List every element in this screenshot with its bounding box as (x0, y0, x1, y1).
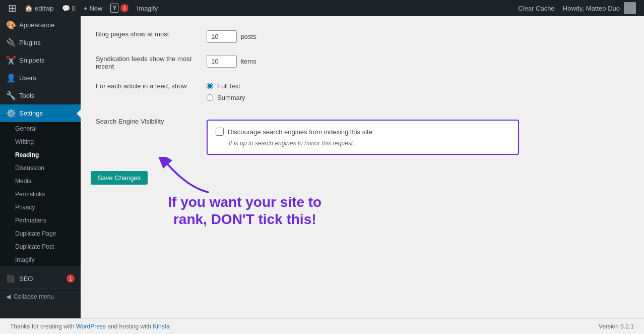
sidebar-item-tools[interactable]: 🔧 Tools (0, 87, 81, 104)
howdy-user[interactable]: Howdy, Matteo Duo (559, 0, 640, 16)
submenu-privacy[interactable]: Privacy (0, 201, 81, 214)
blog-pages-label: Blog pages show at most (91, 24, 202, 49)
general-label: General (15, 125, 37, 132)
submenu-duplicate-page[interactable]: Duplicate Page (0, 227, 81, 240)
syndication-unit: items (241, 58, 256, 65)
collapse-label: Collapse menu (14, 293, 54, 300)
sidebar-item-plugins[interactable]: 🔌 Plugins (0, 34, 81, 51)
user-avatar (624, 2, 636, 14)
sev-checkbox-label[interactable]: Discourage search engines from indexing … (228, 128, 372, 136)
users-label: Users (19, 74, 36, 82)
discussion-label: Discussion (15, 164, 44, 172)
comments-icon: 💬 (62, 5, 70, 12)
settings-label: Settings (19, 109, 43, 117)
save-changes-button[interactable]: Save Changes (91, 171, 148, 185)
feed-article-label: For each article in a feed, show (91, 76, 202, 112)
adminbar-yoast[interactable]: Y 1 (106, 0, 133, 16)
annotation-arrow-icon (158, 157, 218, 197)
submenu-media[interactable]: Media (0, 175, 81, 188)
settings-arrow-icon (77, 109, 81, 118)
plus-icon: + (84, 5, 88, 12)
adminbar-imagify[interactable]: Imagify (133, 0, 162, 16)
yoast-icon: Y (110, 4, 118, 13)
sev-row: Search Engine Visibility Discourage sear… (91, 112, 524, 161)
appearance-icon: 🎨 (6, 20, 15, 30)
seo-label: SEO (19, 275, 33, 283)
snippets-icon: ✂️ (6, 55, 15, 65)
main-content: Blog pages show at most posts Syndicatio… (81, 16, 644, 318)
imagify-label: Imagify (137, 5, 158, 12)
reading-label: Reading (15, 151, 39, 158)
tools-icon: 🔧 (6, 91, 15, 100)
feed-article-row: For each article in a feed, show Full te… (91, 76, 524, 112)
submenu-imagify[interactable]: Imagify (0, 253, 81, 266)
sidebar-item-appearance[interactable]: 🎨 Appearance (0, 16, 81, 34)
sev-checkbox-row: Discourage search engines from indexing … (216, 128, 510, 136)
summary-option: Summary (207, 94, 519, 101)
duplicate-page-label: Duplicate Page (15, 230, 56, 237)
submenu-reading[interactable]: Reading (0, 148, 81, 161)
settings-icon: ⚙️ (6, 108, 15, 118)
blog-pages-input[interactable] (207, 30, 237, 43)
sidebar-item-settings[interactable]: ⚙️ Settings (0, 104, 81, 122)
adminbar-new[interactable]: + New (80, 0, 107, 16)
snippets-label: Snippets (19, 57, 45, 64)
collapse-icon: ◀ (6, 293, 11, 300)
plugins-icon: 🔌 (6, 38, 15, 47)
seo-badge: 1 (67, 274, 75, 283)
yoast-badge: 1 (120, 4, 128, 12)
settings-submenu: General Writing Reading Discussion Media… (0, 122, 81, 266)
sev-checkbox[interactable] (216, 128, 224, 136)
submenu-discussion[interactable]: Discussion (0, 161, 81, 175)
syndication-label: Syndication feeds show the most recent (91, 49, 202, 76)
submenu-general[interactable]: General (0, 122, 81, 135)
clear-cache-label: Clear Cache (519, 5, 555, 12)
privacy-label: Privacy (15, 204, 35, 211)
new-label: New (89, 5, 102, 12)
users-icon: 👤 (6, 73, 15, 83)
sidebar-item-snippets[interactable]: ✂️ Snippets (0, 51, 81, 69)
permalinks-label: Permalinks (15, 191, 45, 198)
sev-th-label: Search Engine Visibility (91, 112, 202, 161)
syndication-input[interactable] (207, 55, 237, 68)
media-label: Media (15, 178, 32, 185)
full-text-option: Full text (207, 82, 519, 90)
clear-cache-button[interactable]: Clear Cache (514, 0, 559, 16)
summary-label[interactable]: Summary (217, 94, 245, 101)
footer-credit: Thanks for creating with WordPress and h… (10, 323, 170, 330)
full-text-radio[interactable] (207, 83, 213, 89)
footer-and: and hosting with (107, 323, 153, 330)
submenu-permalinks[interactable]: Permalinks (0, 188, 81, 201)
wp-footer: Thanks for creating with WordPress and h… (0, 318, 644, 334)
footer-version: Version 5.2.1 (599, 323, 634, 330)
admin-bar: ⊞ 🏠 editwp 💬 0 + New Y 1 Imagify Clear C… (0, 0, 644, 16)
blog-pages-row: Blog pages show at most posts (91, 24, 524, 49)
comments-count: 0 (72, 5, 76, 12)
submenu-duplicate-post[interactable]: Duplicate Post (0, 240, 81, 253)
submenu-perfmatters[interactable]: Perfmatters (0, 214, 81, 227)
perfmatters-label: Perfmatters (15, 217, 46, 224)
plugins-label: Plugins (19, 39, 41, 46)
footer-thanks: Thanks for creating with (10, 323, 76, 330)
sidebar-item-users[interactable]: 👤 Users (0, 69, 81, 87)
sidebar: 🎨 Appearance 🔌 Plugins ✂️ Snippets 👤 Use… (0, 16, 81, 318)
adminbar-right: Clear Cache Howdy, Matteo Duo (514, 0, 640, 16)
sev-box: Discourage search engines from indexing … (207, 120, 519, 155)
seo-icon: ⬛ (6, 275, 15, 283)
syndication-row: Syndication feeds show the most recent i… (91, 49, 524, 76)
adminbar-site[interactable]: 🏠 editwp (21, 0, 58, 16)
footer-wordpress-link[interactable]: WordPress (76, 323, 106, 330)
imagify-sub-label: Imagify (15, 256, 35, 263)
adminbar-comments[interactable]: 💬 0 (58, 0, 80, 16)
submenu-writing[interactable]: Writing (0, 135, 81, 148)
full-text-label[interactable]: Full text (217, 82, 240, 90)
tools-label: Tools (19, 92, 34, 99)
collapse-menu-button[interactable]: ◀ Collapse menu (0, 289, 81, 304)
appearance-label: Appearance (19, 21, 54, 29)
home-icon: 🏠 (25, 5, 33, 12)
wp-logo-icon[interactable]: ⊞ (4, 2, 21, 14)
summary-radio[interactable] (207, 94, 213, 101)
sidebar-item-seo[interactable]: ⬛ SEO 1 (0, 270, 81, 287)
footer-kinsta-link[interactable]: Kinsta (153, 323, 169, 330)
blog-pages-unit: posts (241, 33, 256, 40)
